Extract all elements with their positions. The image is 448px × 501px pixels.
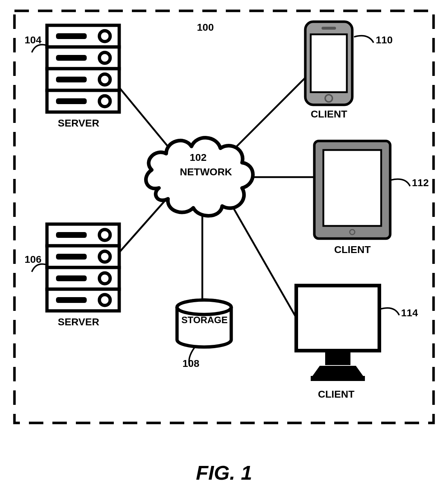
svg-point-31: [177, 300, 231, 314]
svg-rect-12: [56, 77, 87, 82]
network-label: NETWORK: [177, 166, 235, 178]
svg-rect-11: [56, 55, 87, 61]
client-tablet-icon: [314, 141, 390, 239]
svg-line-1: [114, 195, 170, 258]
svg-rect-23: [56, 254, 87, 260]
server-106-ref: 106: [25, 254, 42, 265]
client-phone-ref: 110: [376, 34, 393, 46]
server-104-label: SERVER: [58, 117, 99, 129]
svg-rect-24: [56, 275, 87, 281]
system-ref: 100: [197, 22, 214, 33]
figure-caption: FIG. 1: [0, 461, 448, 484]
network-ref: 102: [190, 152, 207, 163]
client-tablet-label: CLIENT: [334, 244, 371, 256]
server-104-icon: [47, 25, 119, 112]
svg-rect-22: [56, 232, 87, 238]
svg-rect-10: [56, 33, 87, 39]
svg-rect-39: [296, 286, 379, 351]
diagram-svg: [0, 0, 448, 501]
svg-rect-37: [323, 150, 381, 226]
client-phone-label: CLIENT: [311, 108, 347, 120]
server-104-ref: 104: [25, 34, 42, 46]
server-106-label: SERVER: [58, 316, 99, 328]
diagram-canvas: 100 102 NETWORK 104 SERVER 106 SERVER ST…: [0, 0, 448, 501]
storage-ref: 108: [182, 358, 199, 369]
svg-rect-33: [311, 34, 347, 92]
svg-line-4: [231, 204, 302, 327]
client-tablet-ref: 112: [412, 177, 429, 189]
client-desktop-ref: 114: [401, 307, 418, 319]
svg-rect-34: [322, 27, 336, 30]
storage-label: STORAGE: [181, 314, 228, 326]
server-106-icon: [47, 224, 119, 311]
svg-rect-13: [56, 98, 87, 104]
svg-rect-25: [56, 297, 87, 303]
svg-line-2: [226, 72, 311, 157]
client-desktop-label: CLIENT: [318, 389, 354, 400]
client-phone-icon: [305, 22, 352, 105]
svg-rect-40: [325, 351, 350, 365]
svg-rect-41: [311, 376, 365, 381]
client-desktop-icon: [296, 286, 379, 381]
